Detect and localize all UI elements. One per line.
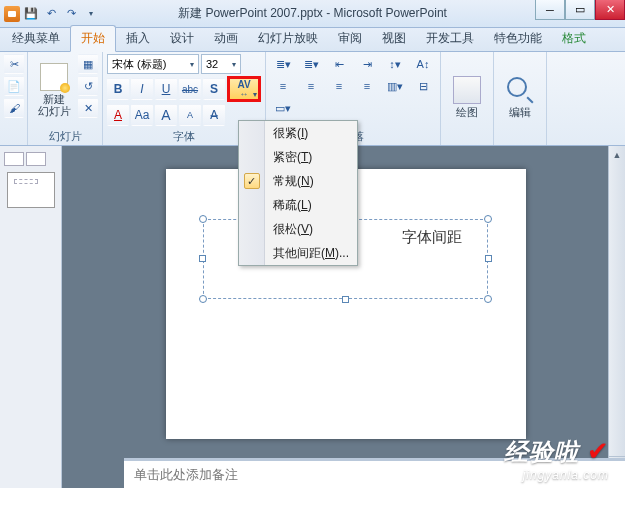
editing-button[interactable]: 编辑: [498, 54, 542, 141]
align-center-button[interactable]: ≡: [298, 76, 324, 96]
shrink-font-button[interactable]: A: [179, 104, 201, 126]
window-controls: ─ ▭ ✕: [535, 0, 625, 20]
group-editing: 编辑: [494, 52, 547, 145]
tab-format[interactable]: 格式: [552, 26, 596, 51]
thumbnail-pane[interactable]: [0, 146, 62, 488]
notes-placeholder: 单击此处添加备注: [134, 467, 238, 482]
tab-view[interactable]: 视图: [372, 26, 416, 51]
columns-button[interactable]: ▥▾: [382, 76, 408, 96]
slide-thumbnail-1[interactable]: [7, 172, 55, 208]
close-button[interactable]: ✕: [595, 0, 625, 20]
tab-features[interactable]: 特色功能: [484, 26, 552, 51]
tab-animation[interactable]: 动画: [204, 26, 248, 51]
group-label-editing: [498, 141, 542, 145]
resize-handle[interactable]: [199, 295, 207, 303]
chevron-down-icon: ▾: [253, 90, 257, 99]
spacing-normal[interactable]: ✓常规(N): [239, 169, 357, 193]
thumb-tabs: [4, 152, 57, 168]
scroll-up-icon[interactable]: ▲: [609, 146, 625, 163]
justify-button[interactable]: ≡: [354, 76, 380, 96]
text-direction-button[interactable]: A↕: [410, 54, 436, 74]
watermark: 经验啦 ✔ jingyanla.com: [504, 436, 609, 482]
group-clipboard: ✂ 📄 🖌: [0, 52, 28, 145]
copy-icon[interactable]: 📄: [4, 76, 24, 96]
check-mark-icon: ✔: [587, 436, 609, 466]
drawing-button[interactable]: 绘图: [445, 54, 489, 141]
delete-slide-icon[interactable]: ✕: [78, 98, 98, 118]
align-right-button[interactable]: ≡: [326, 76, 352, 96]
reset-icon[interactable]: ↺: [78, 76, 98, 96]
resize-handle[interactable]: [342, 296, 349, 303]
resize-handle[interactable]: [199, 215, 207, 223]
minimize-button[interactable]: ─: [535, 0, 565, 20]
spacing-very-tight[interactable]: 很紧(I): [239, 121, 357, 145]
indent-increase-button[interactable]: ⇥: [354, 54, 380, 74]
window-title: 新建 PowerPoint 2007.pptx - Microsoft Powe…: [178, 5, 447, 22]
align-left-button[interactable]: ≡: [270, 76, 296, 96]
layout-icon[interactable]: ▦: [78, 54, 98, 74]
quick-access-toolbar: 💾 ↶ ↷ ▾: [0, 5, 104, 23]
group-label-slides: 幻灯片: [32, 126, 98, 145]
watermark-text: 经验啦: [504, 438, 579, 465]
undo-icon[interactable]: ↶: [42, 5, 60, 23]
resize-handle[interactable]: [485, 255, 492, 262]
numbering-button[interactable]: ≣▾: [298, 54, 324, 74]
new-slide-label: 新建 幻灯片: [38, 93, 71, 117]
group-drawing: 绘图: [441, 52, 494, 145]
ribbon-tabs: 经典菜单 开始 插入 设计 动画 幻灯片放映 审阅 视图 开发工具 特色功能 格…: [0, 28, 625, 52]
group-label-clipboard: [4, 141, 23, 145]
tab-slideshow[interactable]: 幻灯片放映: [248, 26, 328, 51]
qat-more-icon[interactable]: ▾: [82, 5, 100, 23]
bold-button[interactable]: B: [107, 78, 129, 100]
new-slide-button[interactable]: 新建 幻灯片: [32, 54, 76, 126]
tab-design[interactable]: 设计: [160, 26, 204, 51]
clear-formatting-icon[interactable]: A̶: [203, 104, 225, 126]
slides-tab[interactable]: [4, 152, 24, 166]
vertical-scrollbar[interactable]: ▲ ⬘ ⬙: [608, 146, 625, 488]
check-icon: ✓: [244, 173, 260, 189]
maximize-button[interactable]: ▭: [565, 0, 595, 20]
resize-handle[interactable]: [484, 215, 492, 223]
resize-handle[interactable]: [199, 255, 206, 262]
indent-decrease-button[interactable]: ⇤: [326, 54, 352, 74]
spacing-loose[interactable]: 稀疏(L): [239, 193, 357, 217]
classic-menu[interactable]: 经典菜单: [2, 26, 70, 51]
spacing-tight[interactable]: 紧密(T): [239, 145, 357, 169]
resize-handle[interactable]: [484, 295, 492, 303]
find-icon: [506, 76, 534, 104]
outline-tab[interactable]: [26, 152, 46, 166]
font-color-button[interactable]: A: [107, 104, 129, 126]
spacing-more[interactable]: 其他间距(M)...: [239, 241, 357, 265]
align-text-button[interactable]: ⊟: [410, 76, 436, 96]
watermark-url: jingyanla.com: [504, 468, 609, 482]
redo-icon[interactable]: ↷: [62, 5, 80, 23]
tab-home[interactable]: 开始: [70, 25, 116, 52]
tab-insert[interactable]: 插入: [116, 26, 160, 51]
bullets-button[interactable]: ≣▾: [270, 54, 296, 74]
group-label-drawing: [445, 141, 489, 145]
underline-button[interactable]: U: [155, 78, 177, 100]
chevron-down-icon: ▾: [232, 60, 236, 69]
cut-icon[interactable]: ✂: [4, 54, 24, 74]
character-spacing-button[interactable]: AV ↔ ▾: [227, 76, 261, 102]
italic-button[interactable]: I: [131, 78, 153, 100]
tab-developer[interactable]: 开发工具: [416, 26, 484, 51]
line-spacing-button[interactable]: ↕▾: [382, 54, 408, 74]
format-painter-icon[interactable]: 🖌: [4, 98, 24, 118]
tab-review[interactable]: 审阅: [328, 26, 372, 51]
app-icon: [4, 6, 20, 22]
font-name-select[interactable]: 宋体 (标题) ▾: [107, 54, 199, 74]
chevron-down-icon: ▾: [190, 60, 194, 69]
strikethrough-button[interactable]: abc: [179, 78, 201, 100]
shadow-button[interactable]: S: [203, 78, 225, 100]
font-size-value: 32: [206, 58, 218, 70]
thumb-textbox: [14, 179, 38, 184]
font-size-select[interactable]: 32 ▾: [201, 54, 241, 74]
av-label: AV: [237, 80, 250, 90]
grow-font-button[interactable]: A: [155, 104, 177, 126]
save-icon[interactable]: 💾: [22, 5, 40, 23]
change-case-button[interactable]: Aa: [131, 104, 153, 126]
textbox-text: 字体间距: [402, 228, 462, 247]
spacing-very-loose[interactable]: 很松(V): [239, 217, 357, 241]
convert-smartart-button[interactable]: ▭▾: [270, 98, 296, 118]
